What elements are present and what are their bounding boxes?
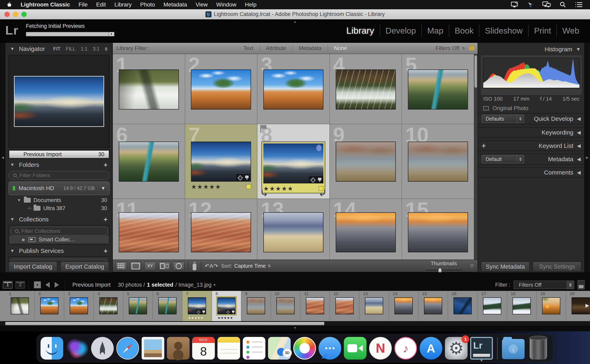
photo-thumbnail[interactable] (263, 212, 323, 252)
filmstrip-thumbnail[interactable] (542, 297, 560, 314)
module-tab-develop[interactable]: Develop (380, 25, 421, 37)
dock-facetime-icon[interactable] (344, 337, 367, 360)
dock-downloads-icon[interactable]: ↓ (502, 339, 525, 359)
filmstrip-summary[interactable]: 30 photos / 1 selected / Image_13.jpg ▾ (118, 282, 216, 288)
menu-item-photo[interactable]: Photo (140, 1, 155, 8)
minimize-window-button[interactable] (13, 12, 18, 17)
filmstrip-thumbnail[interactable] (276, 297, 295, 314)
grid-cell-6[interactable]: 6 (113, 124, 185, 199)
histogram-panel-header[interactable]: Histogram ▼ (478, 45, 584, 54)
photo-thumbnail[interactable] (408, 212, 468, 252)
filmstrip-cell-5[interactable]: 5 (123, 291, 153, 321)
collection-badge-icon[interactable] (244, 174, 250, 181)
filmstrip-cell-13[interactable]: 13 (359, 291, 389, 321)
filmstrip-scrollbar-thumb[interactable] (5, 322, 324, 325)
library-filter-tab-none[interactable]: None (328, 45, 353, 52)
painter-tool-icon[interactable] (192, 261, 198, 271)
filmstrip-cell-4[interactable]: 4 (94, 291, 123, 321)
module-tab-library[interactable]: Library (341, 25, 380, 37)
dock-music-icon[interactable]: ♪ (394, 337, 417, 360)
menu-item-library[interactable]: Library (114, 1, 132, 8)
dock-photos-icon[interactable] (293, 337, 316, 360)
navigator-zoom-fit[interactable]: FIT (53, 46, 60, 52)
module-tab-web[interactable]: Web (557, 25, 585, 37)
sync-metadata-button[interactable]: Sync Metadata (481, 261, 530, 272)
filmstrip-thumbnail[interactable] (70, 297, 88, 314)
filmstrip-cell-1[interactable]: 1 (5, 291, 35, 321)
grid-cell-3[interactable]: 3 (257, 54, 329, 124)
filmstrip-cell-6[interactable]: 6 (153, 291, 182, 321)
module-tab-print[interactable]: Print (528, 25, 557, 37)
filmstrip-scroll-right-arrow[interactable]: ▶ (586, 303, 589, 308)
publish-services-panel-header[interactable]: ▼ Publish Services + (6, 246, 112, 256)
filmstrip-thumbnail[interactable] (188, 297, 206, 314)
import-catalog-button[interactable]: Import Catalog (8, 261, 57, 272)
dock-lightroom-icon[interactable]: Lr (470, 337, 493, 360)
sync-settings-button[interactable]: Sync Settings (533, 261, 582, 272)
filmstrip-thumbnail[interactable] (335, 297, 354, 314)
dock-siri-icon[interactable] (66, 337, 89, 360)
keyword-badge-icon[interactable] (309, 176, 316, 183)
photo-thumbnail[interactable] (336, 142, 396, 182)
volume-row-macintosh-hd[interactable]: Macintosh HD 14.9 / 42.7 GB ▼ (8, 181, 110, 195)
apple-menu-icon[interactable] (6, 1, 12, 8)
previous-import-row[interactable]: Previous Import 30 (9, 151, 109, 158)
toolbar-options-dropdown[interactable]: ▽ (470, 263, 474, 269)
menu-item-metadata[interactable]: Metadata (163, 1, 187, 8)
keywording-panel-header[interactable]: Keywording ◀ (478, 127, 584, 138)
quick-develop-panel-header[interactable]: Defaults Quick Develop ◀ (478, 113, 584, 124)
grid-cell-10[interactable]: 10 (402, 124, 474, 199)
module-tab-map[interactable]: Map (421, 25, 449, 37)
display-menu-icon[interactable] (511, 1, 518, 8)
dock-appstore-icon[interactable]: A (420, 337, 442, 360)
photo-thumbnail[interactable] (191, 70, 251, 110)
hide-top-panel-arrow[interactable]: ▲ (293, 20, 297, 24)
menu-app-name[interactable]: Lightroom Classic (21, 1, 70, 8)
comments-panel-header[interactable]: Comments ◀ (478, 167, 584, 178)
thumbnail-size-slider[interactable] (426, 267, 462, 271)
sort-value-dropdown[interactable]: Capture Time (234, 263, 266, 269)
grid-cell-9[interactable]: 9 (330, 124, 402, 199)
filmstrip-cell-11[interactable]: 11 (300, 291, 330, 321)
filmstrip-thumbnail[interactable] (453, 297, 472, 314)
grid-cell-12[interactable]: 12 (185, 199, 257, 260)
collection-badge-icon[interactable] (316, 176, 323, 183)
navigator-zoom-1-1[interactable]: 1:1 (81, 46, 87, 52)
filter-lock-icon[interactable] (469, 46, 474, 50)
menu-item-window[interactable]: Window (216, 1, 236, 8)
dock-launchpad-icon[interactable] (91, 337, 114, 360)
add-publish-service-button[interactable]: + (104, 247, 107, 255)
photo-thumbnail[interactable] (336, 212, 396, 252)
filmstrip-thumbnail[interactable] (365, 297, 383, 314)
metadata-panel-header[interactable]: Default Metadata ◀ (478, 154, 584, 165)
filmstrip-thumbnail[interactable] (217, 297, 236, 314)
secondary-monitor-button[interactable]: 2 (15, 281, 25, 289)
color-label-yellow[interactable] (246, 184, 251, 189)
filmstrip-thumbnail[interactable] (129, 297, 147, 314)
keyword-list-panel-header[interactable]: + Keyword List ◀ (478, 141, 584, 151)
remote-cursor-menu-icon[interactable] (527, 1, 533, 8)
displays-menu-icon[interactable] (542, 1, 551, 8)
add-collection-button[interactable]: + (104, 215, 107, 223)
back-arrow-button[interactable] (45, 282, 50, 288)
survey-view-button[interactable] (159, 262, 170, 271)
photo-thumbnail[interactable] (191, 212, 251, 252)
go-to-grid-icon[interactable] (34, 281, 41, 288)
grid-cell-2[interactable]: 2 (185, 54, 257, 124)
navigator-zoom-3-1[interactable]: 3:1 (93, 46, 99, 52)
menu-item-help[interactable]: Help (245, 1, 257, 8)
filmstrip-cell-15[interactable]: 15 (418, 291, 448, 321)
dock-trash-icon[interactable] (530, 337, 547, 360)
filmstrip-thumbnail[interactable] (394, 297, 413, 314)
filmstrip-thumbnail[interactable] (306, 297, 324, 314)
photo-thumbnail[interactable] (191, 142, 251, 182)
photo-thumbnail[interactable] (119, 70, 179, 110)
star-rating[interactable]: ★★★★★ (191, 183, 221, 190)
filmstrip-cell-7[interactable]: 7★★★★★ (182, 291, 212, 321)
dock-calendar-icon[interactable]: NOV8 (192, 337, 215, 360)
filmstrip-cell-8[interactable]: 8★★★★★ (212, 291, 241, 321)
filter-preset-stepper[interactable]: ⇅ (462, 46, 465, 51)
sort-direction-icon[interactable]: ↶A↷ (205, 263, 218, 269)
people-view-button[interactable] (173, 262, 185, 271)
filmstrip-thumbnail[interactable] (11, 297, 29, 314)
